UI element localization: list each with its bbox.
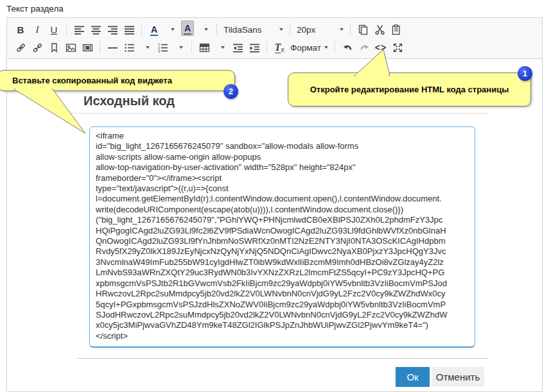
align-left-button[interactable] — [71, 22, 87, 37]
cancel-button[interactable]: Отменить — [432, 367, 484, 387]
outdent-button[interactable] — [230, 40, 245, 55]
align-justify-icon — [124, 24, 135, 35]
anchor-bookmark-button[interactable] — [46, 40, 62, 55]
font-size-select[interactable]: 20px — [294, 22, 346, 37]
source-code-textarea[interactable]: <iframe id="big_light_1267165676245079" … — [89, 126, 475, 348]
ok-button[interactable]: Ок — [396, 367, 430, 387]
link-icon — [15, 42, 26, 53]
paragraph-format-value: Формат — [290, 43, 321, 53]
code-line: HQiPgogICAgd2luZG93Ll9fc2l6ZV9fPSdiaWcnO… — [96, 226, 469, 236]
dialog-title: Исходный код — [83, 94, 175, 108]
chevron-down-icon — [279, 28, 283, 31]
chevron-down-icon — [146, 46, 150, 49]
chevron-down-icon — [324, 46, 328, 49]
toolbar-separator — [267, 42, 267, 53]
dialog-header-divider — [68, 113, 488, 114]
source-code-button[interactable]: <> — [373, 40, 389, 55]
toolbar-row-1: B I U A A — [12, 21, 537, 38]
paste-icon — [391, 24, 402, 35]
table-icon — [199, 42, 210, 53]
text-color-icon: A — [150, 25, 158, 37]
code-line: write(decodeURIComponent(escape(atob(u))… — [96, 205, 469, 215]
code-line: QnOwogICAgd2luZG93Ll9fYnJhbmNoSWRfXz0nMT… — [96, 236, 469, 246]
redo-icon — [359, 42, 370, 53]
code-line: allow-scripts allow-same-origin allow-po… — [96, 152, 469, 162]
remove-format-icon: Tx — [275, 42, 284, 53]
italic-button[interactable]: I — [30, 22, 45, 37]
text-color-dropdown[interactable] — [163, 22, 179, 37]
link-button[interactable] — [13, 40, 28, 55]
redo-button[interactable] — [356, 40, 372, 55]
maximize-button[interactable] — [390, 40, 405, 55]
source-code-icon: <> — [375, 42, 387, 53]
cut-button[interactable] — [372, 22, 387, 37]
video-icon — [82, 42, 93, 53]
toolbar-separator — [290, 24, 290, 35]
code-line: 3NvcmlnaW49ImFub255bW91cyIgdHlwZT0ibW9kd… — [96, 257, 469, 268]
callout-open-html-editing: Откройте редактирование HTML кода страни… — [288, 72, 531, 107]
numbered-list-button[interactable]: 123 — [155, 40, 170, 55]
background-color-button[interactable]: A — [180, 22, 195, 37]
bulleted-list-button[interactable] — [121, 40, 137, 55]
toolbar-separator — [335, 42, 335, 53]
table-button[interactable] — [197, 40, 212, 55]
remove-format-button[interactable]: Tx — [272, 40, 287, 55]
toolbar-separator — [66, 24, 67, 35]
background-color-dropdown[interactable] — [197, 22, 212, 37]
numbered-list-dropdown[interactable] — [171, 40, 187, 55]
code-line: <iframe — [96, 131, 469, 141]
toolbar-row-2: 123 Tx Формат — [12, 38, 537, 56]
unlink-button[interactable] — [30, 40, 45, 55]
bulleted-list-dropdown[interactable] — [138, 40, 153, 55]
align-right-button[interactable] — [105, 22, 120, 37]
code-line: LmNvbS93aWRnZXQtY29uc3RydWN0b3IvYXNzZXRz… — [96, 268, 469, 278]
editor-toolbar: B I U A A — [7, 18, 542, 59]
copy-button[interactable] — [355, 22, 371, 37]
align-center-icon — [91, 24, 101, 35]
toolbar-separator — [350, 24, 351, 35]
copy-icon — [358, 24, 369, 35]
code-line: </script> — [96, 331, 469, 341]
code-line: 5qcyI+PGxpbmsgcmVsPSJzdHlsZXNoZWV0IiBjcm… — [96, 300, 469, 310]
paragraph-format-select[interactable]: Формат — [288, 40, 331, 55]
horizontal-rule-button[interactable] — [105, 40, 120, 55]
image-icon — [66, 42, 76, 53]
indent-icon — [249, 42, 260, 53]
code-line: type="text/javascript">((r,u)=>{const — [96, 183, 469, 194]
font-name-value: TildaSans — [223, 25, 276, 35]
code-line: x0cy5jc3MiPjwvaGVhZD48Ym9keT48ZGl2IGlkPS… — [96, 320, 469, 330]
underline-button[interactable]: U — [46, 22, 62, 37]
insert-video-button[interactable] — [80, 40, 95, 55]
code-line: SJodHRwczovL2Rpc2suMmdpcy5jb20vd2lkZ2V0L… — [96, 310, 469, 320]
chevron-down-icon — [179, 46, 183, 49]
bookmark-icon — [49, 42, 60, 53]
insert-image-button[interactable] — [63, 40, 78, 55]
align-justify-button[interactable] — [121, 22, 137, 37]
background-color-icon: A — [181, 21, 194, 37]
undo-button[interactable] — [340, 40, 355, 55]
font-name-select[interactable]: TildaSans — [221, 22, 286, 37]
svg-text:3: 3 — [158, 49, 160, 53]
paste-button[interactable] — [389, 22, 404, 37]
align-center-button[interactable] — [88, 22, 103, 37]
maximize-icon — [392, 42, 403, 53]
code-line: id="big_light_1267165676245079" sandbox=… — [96, 141, 469, 151]
undo-icon — [342, 42, 353, 53]
cut-icon — [374, 24, 385, 35]
indent-button[interactable] — [247, 40, 262, 55]
text-color-button[interactable]: A — [146, 22, 162, 37]
code-line: ("big_light_1267165676245079","PGhlYWQ+P… — [96, 215, 469, 225]
chevron-down-icon — [340, 28, 344, 31]
table-dropdown[interactable] — [213, 40, 229, 55]
unlink-icon — [32, 42, 43, 53]
code-line: xpbmsgcmVsPSJtb2R1bGVwcmVsb2FkIiBjcm9zc2… — [96, 278, 469, 289]
section-text-label: Текст раздела — [6, 4, 64, 13]
code-line: HRwczovL2Rpc2suMmdpcy5jb20vd2lkZ2V0LWNvb… — [96, 289, 469, 299]
bold-icon: B — [17, 25, 24, 35]
chevron-down-icon — [171, 28, 175, 31]
chevron-down-icon — [221, 46, 225, 49]
bold-button[interactable]: B — [13, 22, 28, 37]
horizontal-rule-icon — [107, 42, 118, 53]
step-badge-1: 1 — [518, 66, 532, 81]
step-badge-2: 2 — [223, 84, 238, 99]
